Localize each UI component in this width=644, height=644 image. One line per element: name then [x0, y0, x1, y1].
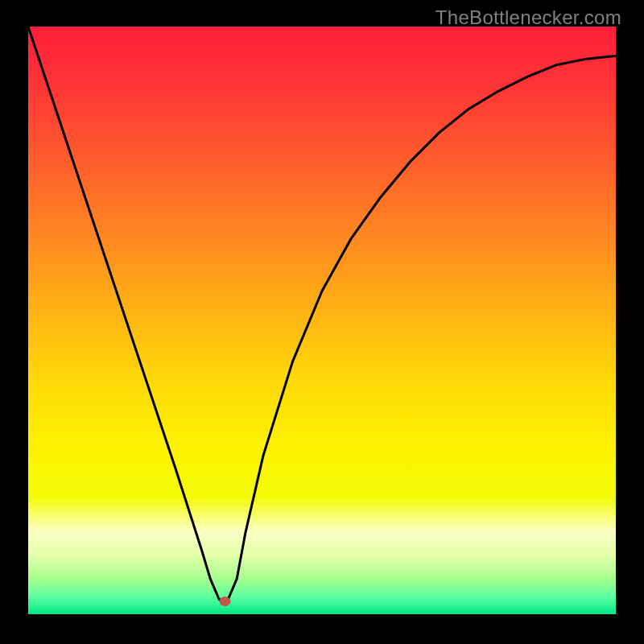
chart-container: TheBottlenecker.com [0, 0, 644, 644]
chart-svg [28, 27, 616, 614]
watermark-text: TheBottlenecker.com [436, 6, 621, 29]
gradient-background [28, 27, 616, 614]
optimal-point-marker [220, 597, 231, 606]
plot-area [28, 27, 616, 614]
